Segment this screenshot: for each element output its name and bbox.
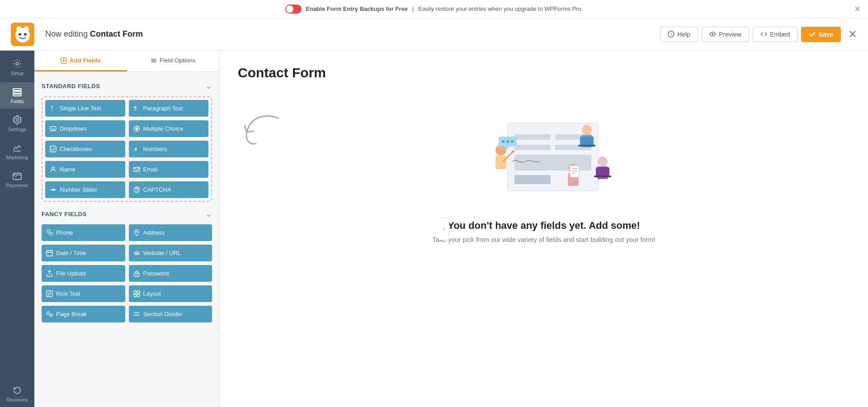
sidebar-item-revisions-label: Revisions	[6, 397, 28, 402]
svg-rect-12	[13, 94, 21, 96]
sidebar-item-fields-label: Fields	[10, 99, 24, 104]
main-layout: Setup Fields Settings Marketing Payments…	[0, 51, 868, 407]
sidebar-item-setup[interactable]: Setup	[0, 54, 34, 80]
field-btn-multiple-choice[interactable]: Multiple Choice	[129, 120, 209, 137]
svg-point-48	[512, 150, 514, 153]
svg-point-67	[511, 140, 514, 143]
field-label-page-break: Page Break	[56, 311, 87, 317]
field-btn-file-upload[interactable]: File Upload	[42, 265, 125, 282]
collapse-panel-button[interactable]: ‹	[439, 218, 449, 240]
sidebar-item-payments-label: Payments	[6, 183, 28, 188]
sidebar-item-fields[interactable]: Fields	[0, 82, 34, 109]
field-label-date-time: Date / Time	[56, 250, 86, 256]
notification-bar: Enable Form Entry Backups for Free | Eas…	[0, 0, 868, 18]
form-illustration	[472, 109, 616, 209]
icon-sidebar: Setup Fields Settings Marketing Payments…	[0, 51, 34, 407]
field-label-website-url: Website / URL	[143, 250, 181, 256]
field-btn-checkboxes[interactable]: Checkboxes	[45, 141, 125, 157]
svg-point-9	[16, 62, 19, 65]
field-label-name: Name	[60, 166, 75, 173]
field-btn-section-divider[interactable]: Section Divider	[129, 306, 212, 322]
field-label-numbers: Numbers	[143, 146, 167, 152]
svg-rect-34	[134, 291, 137, 293]
sidebar-item-settings[interactable]: Settings	[0, 110, 34, 137]
field-btn-layout[interactable]: Layout	[129, 285, 212, 302]
header-actions: ? Help Preview Embed Save ✕	[660, 27, 857, 42]
empty-state-heading: You don't have any fields yet. Add some!	[448, 220, 640, 232]
tab-field-options[interactable]: Field Options	[127, 51, 220, 71]
fields-panel: Add Fields Field Options Standard Fields…	[34, 51, 220, 407]
field-btn-dropdown[interactable]: Dropdown	[45, 120, 125, 137]
field-btn-number-slider[interactable]: Number Slider	[45, 181, 125, 198]
standard-fields-grid: T Single Line Text ¶ Paragraph Text Drop…	[42, 96, 212, 202]
svg-rect-14	[13, 173, 21, 180]
sidebar-item-settings-label: Settings	[8, 127, 26, 132]
field-btn-date-time[interactable]: Date / Time	[42, 245, 125, 261]
field-btn-single-line-text[interactable]: T Single Line Text	[45, 100, 125, 117]
field-label-email: Email	[143, 166, 158, 173]
field-btn-name[interactable]: Name	[45, 161, 125, 178]
sidebar-item-marketing-label: Marketing	[6, 155, 28, 160]
preview-button[interactable]: Preview	[702, 27, 749, 42]
field-label-password: Password	[143, 270, 169, 277]
svg-rect-55	[570, 166, 579, 177]
sidebar-item-revisions[interactable]: Revisions	[0, 381, 34, 407]
field-label-section-divider: Section Divider	[143, 311, 183, 317]
sidebar-item-marketing[interactable]: Marketing	[0, 138, 34, 165]
svg-point-49	[582, 125, 592, 135]
svg-rect-35	[137, 291, 140, 293]
fields-tabs: Add Fields Field Options	[34, 51, 219, 72]
field-btn-captcha[interactable]: CAPTCHA	[129, 181, 209, 198]
svg-point-4	[19, 33, 21, 36]
svg-point-13	[16, 118, 19, 121]
field-label-number-slider: Number Slider	[60, 186, 97, 193]
tab-add-fields[interactable]: Add Fields	[34, 51, 127, 71]
header-title: Now editing Contact Form	[45, 29, 653, 39]
svg-point-3	[15, 28, 30, 43]
standard-fields-toggle[interactable]: ⌄	[205, 81, 212, 91]
sidebar-item-payments[interactable]: Payments	[0, 166, 34, 193]
standard-fields-section-header: Standard Fields ⌄	[42, 81, 212, 91]
field-btn-email[interactable]: Email	[129, 161, 209, 178]
save-button[interactable]: Save	[801, 27, 841, 42]
svg-rect-43	[514, 155, 591, 170]
svg-point-26	[52, 189, 55, 191]
svg-point-23	[52, 167, 55, 170]
notif-sub-text: Easily restore your entries when you upg…	[418, 5, 583, 12]
svg-point-28	[137, 191, 137, 192]
field-btn-website-url[interactable]: Website / URL	[129, 245, 212, 261]
field-btn-page-break[interactable]: Page Break	[42, 306, 125, 322]
empty-state: You don't have any fields yet. Add some!…	[238, 91, 850, 261]
svg-text:T: T	[50, 105, 54, 112]
svg-point-32	[136, 274, 137, 275]
svg-rect-39	[514, 134, 551, 140]
svg-rect-37	[137, 294, 140, 297]
backup-toggle[interactable]	[285, 5, 302, 14]
field-label-paragraph-text: Paragraph Text	[143, 105, 183, 112]
header-bar: Now editing Contact Form ? Help Preview …	[0, 18, 868, 51]
arrow-hint	[242, 109, 288, 152]
embed-button[interactable]: Embed	[753, 27, 797, 42]
svg-point-5	[24, 33, 27, 36]
field-label-captcha: CAPTCHA	[143, 186, 171, 193]
field-btn-paragraph-text[interactable]: ¶ Paragraph Text	[129, 100, 209, 117]
fancy-fields-toggle[interactable]: ⌄	[205, 209, 212, 219]
empty-state-subtext: Take your pick from our wide variety of …	[432, 236, 655, 243]
svg-point-20	[135, 128, 138, 130]
field-btn-phone[interactable]: Phone	[42, 224, 125, 241]
field-btn-numbers[interactable]: # Numbers	[129, 141, 209, 157]
field-label-layout: Layout	[143, 290, 161, 297]
field-label-rich-text: Rich Text	[56, 290, 80, 297]
help-button[interactable]: ? Help	[660, 27, 698, 42]
field-btn-password[interactable]: Password	[129, 265, 212, 282]
form-canvas: Contact Form	[220, 51, 868, 407]
svg-text:?: ?	[670, 32, 672, 37]
close-button[interactable]: ✕	[848, 28, 857, 41]
svg-rect-61	[596, 167, 609, 175]
field-btn-address[interactable]: Address	[129, 224, 212, 241]
notif-main-text: Enable Form Entry Backups for Free	[306, 5, 408, 12]
field-btn-rich-text[interactable]: Rich Text	[42, 285, 125, 302]
field-label-multiple-choice: Multiple Choice	[143, 125, 184, 132]
fancy-fields-title: Fancy Fields	[42, 211, 87, 218]
notif-close-button[interactable]: ✕	[854, 4, 861, 14]
